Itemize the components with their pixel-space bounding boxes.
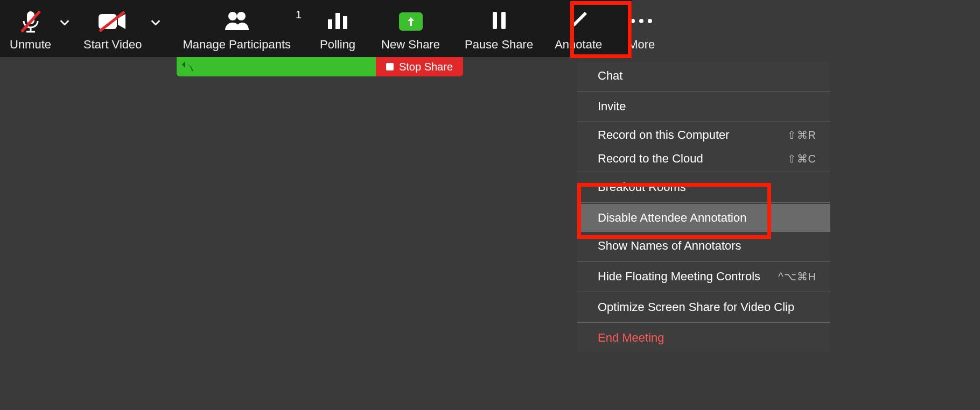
- unmute-label: Unmute: [10, 38, 51, 52]
- svg-point-6: [228, 12, 237, 20]
- stop-icon: [386, 63, 394, 70]
- menu-optimize-video-clip[interactable]: Optimize Screen Share for Video Clip: [577, 293, 830, 321]
- menu-record-cloud-shortcut: ⇧⌘C: [787, 152, 816, 165]
- svg-rect-8: [328, 19, 332, 29]
- video-options-chevron[interactable]: [150, 0, 167, 57]
- menu-end-meeting-label: End Meeting: [598, 331, 664, 345]
- menu-separator: [577, 172, 830, 172]
- more-dropdown-menu: Chat Invite Record on this Computer ⇧⌘R …: [577, 62, 830, 352]
- svg-point-15: [648, 19, 652, 23]
- svg-rect-11: [493, 12, 497, 29]
- menu-disable-annotation-label: Disable Attendee Annotation: [598, 211, 746, 225]
- pause-share-button[interactable]: Pause Share: [453, 0, 545, 57]
- more-icon: [629, 17, 653, 26]
- annotate-button[interactable]: Annotate: [545, 0, 612, 57]
- camera-off-icon: [97, 11, 128, 32]
- polling-icon: [327, 11, 348, 32]
- chevron-down-icon: [59, 17, 71, 29]
- share-indicator-green: [177, 57, 376, 76]
- menu-end-meeting[interactable]: End Meeting: [577, 324, 830, 352]
- chevron-down-icon: [150, 17, 162, 29]
- start-video-button[interactable]: Start Video: [76, 0, 149, 57]
- svg-rect-10: [343, 16, 347, 29]
- menu-record-cloud-label: Record to the Cloud: [598, 152, 703, 166]
- unmute-button[interactable]: Unmute: [0, 0, 59, 57]
- svg-rect-9: [335, 13, 340, 29]
- menu-record-computer-label: Record on this Computer: [598, 128, 730, 142]
- manage-participants-label: Manage Participants: [183, 38, 291, 52]
- menu-optimize-label: Optimize Screen Share for Video Clip: [598, 300, 794, 314]
- svg-point-7: [237, 12, 246, 20]
- menu-disable-attendee-annotation[interactable]: Disable Attendee Annotation: [577, 204, 830, 232]
- svg-point-14: [639, 19, 643, 23]
- menu-chat-label: Chat: [598, 69, 622, 83]
- manage-participants-button[interactable]: Manage Participants 1: [167, 0, 307, 57]
- pause-icon: [492, 11, 507, 32]
- svg-rect-12: [501, 12, 506, 29]
- stop-share-button[interactable]: Stop Share: [376, 57, 463, 76]
- menu-hide-controls-label: Hide Floating Meeting Controls: [598, 270, 760, 284]
- pencil-icon: [569, 11, 588, 32]
- menu-invite-label: Invite: [598, 100, 626, 114]
- polling-label: Polling: [320, 38, 355, 52]
- svg-point-13: [631, 19, 635, 23]
- more-label: More: [628, 38, 655, 52]
- menu-separator: [577, 91, 830, 91]
- meeting-toolbar: Unmute Start Video: [0, 0, 632, 57]
- participants-icon: [223, 10, 251, 33]
- menu-record-computer[interactable]: Record on this Computer ⇧⌘R: [577, 123, 830, 147]
- menu-show-names-label: Show Names of Annotators: [598, 239, 741, 253]
- menu-separator: [577, 122, 830, 122]
- microphone-muted-icon: [18, 9, 43, 34]
- more-button[interactable]: More: [612, 0, 671, 57]
- pause-share-label: Pause Share: [465, 38, 533, 52]
- menu-separator: [577, 322, 830, 323]
- new-share-label: New Share: [381, 38, 440, 52]
- menu-record-cloud[interactable]: Record to the Cloud ⇧⌘C: [577, 147, 830, 171]
- share-status-bar: Stop Share: [177, 57, 463, 76]
- menu-separator: [577, 202, 830, 203]
- menu-hide-floating-controls[interactable]: Hide Floating Meeting Controls ^⌥⌘H: [577, 263, 830, 291]
- menu-breakout-label: Breakout Rooms: [598, 180, 686, 194]
- menu-chat[interactable]: Chat: [577, 62, 830, 90]
- stop-share-label: Stop Share: [399, 61, 453, 73]
- menu-separator: [577, 261, 830, 261]
- menu-breakout-rooms[interactable]: Breakout Rooms: [577, 173, 830, 201]
- new-share-icon: [399, 12, 423, 31]
- polling-button[interactable]: Polling: [307, 0, 368, 57]
- menu-hide-controls-shortcut: ^⌥⌘H: [778, 270, 816, 283]
- menu-record-computer-shortcut: ⇧⌘R: [787, 129, 816, 142]
- audio-options-chevron[interactable]: [59, 0, 76, 57]
- participants-count-badge: 1: [296, 9, 302, 21]
- new-share-button[interactable]: New Share: [368, 0, 453, 57]
- menu-separator: [577, 292, 830, 292]
- return-arrow-icon: [181, 60, 194, 73]
- annotate-label: Annotate: [555, 38, 602, 52]
- menu-invite[interactable]: Invite: [577, 93, 830, 121]
- start-video-label: Start Video: [83, 38, 142, 52]
- menu-show-names-annotators[interactable]: Show Names of Annotators: [577, 232, 830, 260]
